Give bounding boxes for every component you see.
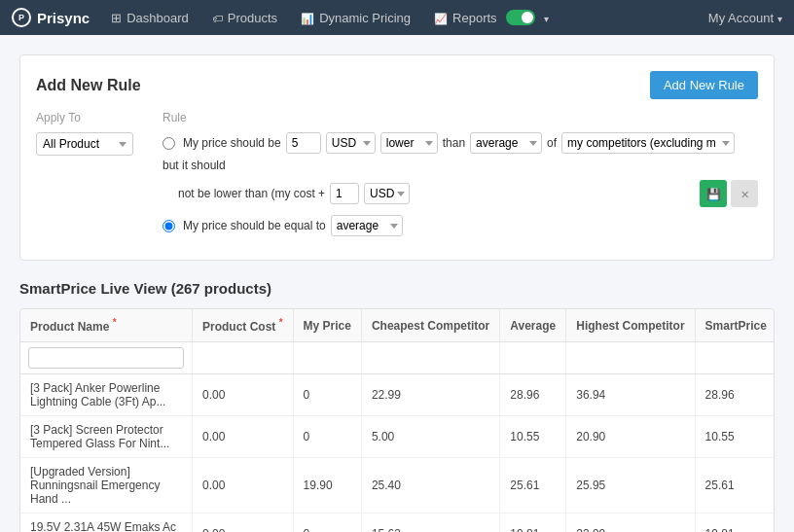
brand[interactable]: P Prisync [12,8,90,27]
nav-reports-label: Reports [452,11,497,25]
rule1-target-select[interactable]: averagecheapesthighest [470,132,542,154]
product-name-search[interactable] [28,347,184,369]
table-header-row: Product Name * Product Cost * My Price C… [20,309,775,342]
trash-icon [740,187,749,201]
add-new-rule-card: Add New Rule Add New Rule Apply To All P… [19,54,775,261]
col-my-price: My Price [293,309,361,342]
table-section: SmartPrice Live View (267 products) Prod… [19,280,775,532]
rule1-currency-select[interactable]: USDEURGBP [326,132,376,154]
card-title: Add New Rule [36,77,141,94]
nav-reports[interactable]: Reports [424,0,559,35]
reports-chevron [544,11,549,25]
table-row: [Upgraded Version] Runningsnail Emergenc… [20,458,775,514]
rule1-direction-select[interactable]: lowerhigherequal [380,132,438,154]
rule-actions [700,180,758,207]
search-cell [20,342,193,374]
apply-to-select[interactable]: All Product Category Brand Product [36,132,133,156]
rule1-competitors-select[interactable]: my competitors (excluding mall competito… [561,132,735,154]
rule2-amount-input[interactable] [330,183,359,204]
rule1-radio[interactable] [162,137,175,150]
rule-column: Rule My price should be USDEURGBP lowerh… [162,111,758,244]
table-section-title: SmartPrice Live View (267 products) [19,280,775,297]
nav-products-label: Products [228,11,277,25]
toggle-knob [522,12,533,23]
apply-select-wrapper: All Product Category Brand Product [36,132,143,156]
rule1-than-label: than [443,136,465,150]
nav-dashboard[interactable]: Dashboard [101,0,198,35]
rule1-amount-input[interactable] [286,132,321,154]
rule3-radio[interactable] [162,220,175,232]
table-wrapper: Product Name * Product Cost * My Price C… [19,308,775,532]
nav-dynamic-pricing[interactable]: Dynamic Pricing [291,0,420,35]
dashboard-icon [111,11,122,25]
apply-to-column: Apply To All Product Category Brand Prod… [36,111,143,156]
nav-products[interactable]: Products [202,0,287,35]
rule1-of-label: of [547,136,557,150]
col-highest: Highest Competitor [566,309,695,342]
products-icon [212,11,223,25]
rule3-label: My price should be equal to [183,219,326,232]
save-rule-button[interactable] [700,180,727,207]
rule2-currency-select[interactable]: USDEUR [364,183,410,204]
delete-rule-button[interactable] [731,180,758,207]
rule3-avg-select[interactable]: averagecheapesthighest [331,215,403,236]
rule1-but-label: but it should [162,159,226,172]
nav-account[interactable]: My Account [708,11,782,25]
col-average: Average [500,309,566,342]
add-new-rule-button[interactable]: Add New Rule [650,71,758,99]
rule-row-1: My price should be USDEURGBP lowerhigher… [162,132,758,172]
floppy-icon [706,187,721,201]
rule1-text1: My price should be [183,136,281,150]
rule-row-3: My price should be equal to averagecheap… [162,215,758,236]
brand-name: Prisync [37,10,90,26]
rule-row-2: not be lower than (my cost + USDEUR [178,180,758,207]
table-row: [3 Pack] Screen Protector Tempered Glass… [20,416,775,458]
rule2-text1: not be lower than (my cost + [178,187,325,200]
col-product-cost: Product Cost * [193,309,294,342]
brand-icon: P [12,8,31,27]
search-row [20,342,775,374]
nav-dynamic-pricing-label: Dynamic Pricing [319,11,411,25]
rule-label: Rule [162,111,758,124]
reports-icon [434,11,448,25]
col-product-name: Product Name * [20,309,193,342]
account-chevron [777,11,782,25]
apply-to-label: Apply To [36,111,143,124]
col-smart-price: SmartPrice [695,309,775,342]
nav-account-label: My Account [708,11,774,25]
smart-price-table: Product Name * Product Cost * My Price C… [20,309,775,532]
table-row: [3 Pack] Anker Powerline Lightning Cable… [20,374,775,416]
card-header: Add New Rule Add New Rule [36,71,758,99]
reports-toggle[interactable] [506,10,535,25]
rule-columns: Apply To All Product Category Brand Prod… [36,111,758,244]
table-row: 19.5V 2.31A 45W Emaks Ac Adapter/laptop … [20,514,775,533]
navbar: P Prisync Dashboard Products Dynamic Pri… [0,0,794,35]
dynamic-pricing-icon [301,11,314,25]
nav-dashboard-label: Dashboard [126,11,189,25]
col-cheapest: Cheapest Competitor [361,309,499,342]
main-content: Add New Rule Add New Rule Apply To All P… [0,35,794,532]
